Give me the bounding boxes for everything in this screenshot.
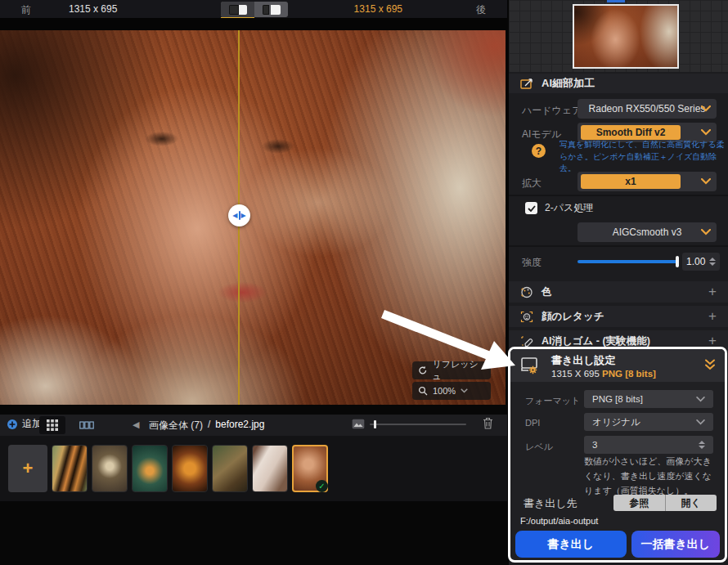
add-image-tile[interactable]: + (8, 445, 47, 492)
viewer-controls: リフレッシュ 100% (412, 359, 491, 400)
side-by-side-button[interactable] (254, 2, 288, 17)
color-expand-button[interactable]: + (708, 284, 717, 300)
strength-label: 強度 (522, 256, 542, 270)
image-viewer: ◀ ▶ リフレッシュ 100% (0, 30, 506, 405)
refresh-button[interactable]: リフレッシュ (412, 361, 491, 379)
two-pass-label: 2-パス処理 (545, 201, 593, 215)
color-section-row[interactable]: 色 + (509, 281, 728, 303)
split-view-button[interactable] (221, 2, 254, 17)
back-arrow-icon[interactable]: ◀ (133, 419, 139, 430)
breadcrumb-separator: / (208, 419, 210, 433)
hardware-value: Radeon RX550/550 Series (589, 103, 706, 114)
breadcrumb-collection[interactable]: 画像全体 (7) (149, 419, 203, 433)
export-subtitle: 1315 X 695 PNG [8 bits] (551, 369, 656, 379)
thumbnail-dog[interactable] (212, 445, 248, 492)
double-chevron-icon[interactable] (703, 358, 717, 371)
thumbnail-moth[interactable] (92, 445, 128, 492)
delete-button[interactable] (483, 417, 493, 429)
chevron-down-icon (696, 397, 705, 402)
settings-panel: AI細部加工 ハードウェア Radeon RX550/550 Series AI… (509, 0, 728, 565)
scale-dropdown[interactable]: x1 (577, 172, 717, 191)
thumbnail-size-slider[interactable] (370, 424, 466, 425)
thumbnail-tiger[interactable] (52, 445, 88, 492)
add-tile-glyph: + (23, 458, 34, 479)
browse-button[interactable]: 参照 (613, 495, 665, 511)
thumbnail-size-control (352, 419, 466, 429)
chevron-down-icon (701, 229, 711, 235)
thumbnail-burger[interactable] (172, 445, 208, 492)
strength-value-box[interactable]: 1.00 (682, 253, 720, 271)
face-retouch-section-row[interactable]: 顔のレタッチ + (509, 306, 728, 327)
model-value: Smooth Diff v2 (596, 127, 666, 138)
split-view-icon (229, 5, 247, 15)
chevron-down-icon (701, 178, 711, 185)
spinner-up-icon[interactable] (699, 441, 705, 444)
face-icon (520, 311, 533, 323)
dpi-value: オリジナル (592, 416, 696, 428)
add-image-button[interactable]: 追加 (7, 417, 42, 431)
preview-checkerboard (509, 0, 728, 72)
level-stepper[interactable]: 3 (584, 436, 713, 454)
format-label: フォーマット (525, 395, 580, 407)
spinner-up-icon[interactable] (709, 258, 716, 261)
thumbnail-jar[interactable] (132, 445, 168, 492)
trash-icon (483, 417, 493, 429)
spinner-down-icon[interactable] (699, 446, 705, 449)
export-bits-badge: [8 bits] (625, 369, 656, 379)
face-retouch-expand-button[interactable]: + (708, 308, 717, 325)
model-pill: Smooth Diff v2 (581, 125, 681, 140)
level-label: レベル (525, 441, 553, 453)
model-help-text: 写真を鮮明化にして、自然に高画質化する柔らかさ。ピンボケ自動補正＋ノイズ自動除去… (559, 139, 725, 175)
open-button[interactable]: 開く (666, 495, 717, 511)
add-circle-icon (7, 419, 18, 430)
processed-check-icon: ✓ (316, 480, 328, 492)
thumbnail-size-slider-thumb[interactable] (374, 420, 376, 428)
export-format-badge: PNG (602, 369, 622, 379)
format-dropdown[interactable]: PNG [8 bits] (584, 390, 713, 408)
strength-slider-handle[interactable] (676, 256, 679, 267)
destination-label: 書き出し先 (524, 496, 577, 511)
strength-spinner[interactable] (709, 258, 716, 266)
filmstrip-view-button[interactable] (74, 416, 100, 434)
model-help-icon[interactable]: ? (532, 144, 546, 158)
strength-slider[interactable] (577, 260, 677, 263)
topbar-gap (0, 18, 507, 30)
compare-slider-handle[interactable]: ◀ ▶ (228, 204, 250, 226)
batch-export-button[interactable]: 一括書き出し (631, 531, 720, 558)
ai-eraser-section-label: AI消しゴム - (実験機能) (542, 334, 700, 348)
two-pass-model-dropdown[interactable]: AIGCsmooth v3 (577, 222, 717, 242)
two-pass-checkbox[interactable]: 2-パス処理 (525, 201, 593, 215)
side-by-side-icon (263, 5, 281, 15)
magnifier-icon (418, 386, 428, 396)
level-note: 数値が小さいほど、画像が大きくなり、書き出し速度が速くなります（画質損失なし）。 (584, 454, 717, 498)
photo-preview (0, 30, 506, 405)
model-label: AIモデル (522, 128, 561, 141)
export-settings-panel: 書き出し設定 1315 X 695 PNG [8 bits] フォーマット PN… (508, 347, 727, 563)
zoom-control[interactable]: 100% (412, 382, 491, 400)
palette-icon (520, 286, 533, 298)
refresh-label: リフレッシュ (432, 358, 485, 383)
export-titles: 書き出し設定 1315 X 695 PNG [8 bits] (551, 353, 656, 379)
spinner-down-icon[interactable] (709, 262, 716, 266)
export-button[interactable]: 書き出し (515, 531, 627, 558)
thumbnail-woman[interactable] (252, 445, 288, 492)
export-settings-icon (520, 356, 542, 374)
scale-value: x1 (625, 176, 636, 187)
grid-view-button[interactable] (39, 416, 65, 434)
scale-pill: x1 (581, 174, 681, 189)
handle-bar (239, 211, 240, 220)
hardware-dropdown[interactable]: Radeon RX550/550 Series (577, 99, 717, 119)
two-pass-value: AIGCsmooth v3 (613, 226, 682, 238)
image-size-icon (352, 419, 365, 429)
strength-value: 1.00 (686, 256, 705, 267)
dpi-dropdown[interactable]: オリジナル (584, 413, 713, 431)
panel-preview-image[interactable] (573, 4, 679, 69)
color-section-label: 色 (542, 285, 700, 299)
chevron-down-icon (701, 105, 711, 112)
handle-left-icon: ◀ (232, 213, 237, 219)
ai-detail-section-header[interactable]: AI細部加工 (509, 74, 728, 93)
export-header[interactable]: 書き出し設定 1315 X 695 PNG [8 bits] (510, 349, 725, 382)
level-spinner[interactable] (699, 441, 705, 449)
thumbnail-selected[interactable]: ✓ (292, 445, 328, 492)
export-size: 1315 X 695 (551, 369, 600, 379)
